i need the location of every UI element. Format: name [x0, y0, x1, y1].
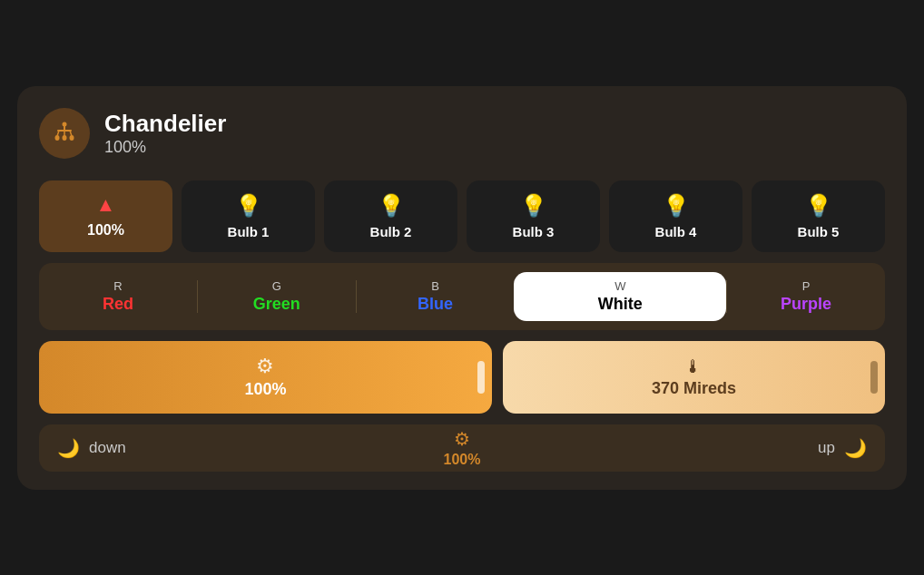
bulb1-label: Bulb 1 — [228, 224, 270, 239]
bulb1-icon: 💡 — [235, 193, 262, 219]
svg-point-6 — [55, 135, 60, 141]
bottom-left: 🌙 down — [57, 437, 126, 459]
bulb1-button[interactable]: 💡 Bulb 1 — [182, 180, 315, 252]
blue-label: Blue — [418, 295, 453, 314]
brightness-inner: ⚙ 100% — [244, 355, 286, 399]
down-label: down — [89, 439, 126, 457]
svg-point-8 — [70, 135, 74, 141]
color-green-button[interactable]: G Green — [198, 272, 356, 321]
up-label: up — [818, 439, 835, 457]
purple-key: P — [802, 279, 811, 293]
green-label: Green — [253, 295, 300, 314]
bottom-row: 🌙 down ⚙ 100% up 🌙 — [39, 424, 885, 472]
color-white-button[interactable]: W White — [514, 272, 726, 321]
mireds-value: 370 Mireds — [652, 379, 736, 398]
bottom-center-value: 100% — [444, 452, 481, 468]
bulb4-icon: 💡 — [663, 193, 690, 219]
bottom-center: ⚙ 100% — [444, 428, 481, 468]
chandelier-icon — [39, 108, 90, 159]
svg-rect-1 — [64, 126, 65, 130]
mireds-slider[interactable]: 🌡 370 Mireds — [503, 341, 885, 414]
bulb3-label: Bulb 3 — [513, 224, 555, 239]
white-label: White — [598, 295, 643, 314]
moon-up-icon: 🌙 — [844, 437, 867, 459]
brightness-value: 100% — [244, 380, 286, 399]
bulb3-icon: 💡 — [520, 193, 547, 219]
moon-down-icon: 🌙 — [57, 437, 80, 459]
brightness-icon: ⚙ — [256, 355, 274, 378]
all-bulbs-button[interactable]: ▲ 100% — [39, 180, 172, 252]
device-brightness: 100% — [104, 138, 226, 157]
mireds-inner: 🌡 370 Mireds — [652, 356, 736, 398]
group-brightness: 100% — [87, 222, 124, 239]
brightness-handle[interactable] — [477, 361, 485, 394]
device-title: Chandelier — [104, 110, 226, 138]
svg-point-0 — [63, 122, 67, 126]
bulb5-button[interactable]: 💡 Bulb 5 — [752, 180, 885, 252]
bulb5-icon: 💡 — [805, 193, 832, 219]
bulb2-button[interactable]: 💡 Bulb 2 — [324, 180, 457, 252]
header-text: Chandelier 100% — [104, 110, 226, 157]
red-key: R — [113, 279, 122, 293]
color-row: R Red G Green B Blue W White P Purple — [39, 263, 885, 330]
bulb2-label: Bulb 2 — [370, 224, 412, 239]
sun-center-icon: ⚙ — [454, 428, 470, 450]
thermometer-icon: 🌡 — [684, 356, 703, 377]
color-blue-button[interactable]: B Blue — [357, 272, 515, 321]
group-icon: ▲ — [96, 193, 116, 217]
green-key: G — [272, 279, 281, 293]
bulb4-button[interactable]: 💡 Bulb 4 — [609, 180, 742, 252]
bulb4-label: Bulb 4 — [655, 224, 697, 239]
bulb3-button[interactable]: 💡 Bulb 3 — [467, 180, 600, 252]
mireds-handle[interactable] — [870, 361, 878, 394]
bottom-right: up 🌙 — [818, 437, 867, 459]
blue-key: B — [431, 279, 439, 293]
white-key: W — [614, 279, 625, 293]
red-label: Red — [103, 295, 133, 314]
slider-row: ⚙ 100% 🌡 370 Mireds — [39, 341, 885, 414]
bulb-row: ▲ 100% 💡 Bulb 1 💡 Bulb 2 💡 Bulb 3 💡 Bulb… — [39, 180, 885, 252]
bulb5-label: Bulb 5 — [798, 224, 840, 239]
chandelier-card: Chandelier 100% ▲ 100% 💡 Bulb 1 💡 Bulb 2… — [17, 86, 907, 490]
header: Chandelier 100% — [39, 108, 885, 159]
svg-point-7 — [63, 135, 67, 141]
color-purple-button[interactable]: P Purple — [727, 272, 885, 321]
purple-label: Purple — [781, 295, 831, 314]
brightness-slider[interactable]: ⚙ 100% — [39, 341, 492, 414]
chandelier-svg — [50, 119, 79, 148]
bulb2-icon: 💡 — [378, 193, 405, 219]
color-red-button[interactable]: R Red — [39, 272, 197, 321]
